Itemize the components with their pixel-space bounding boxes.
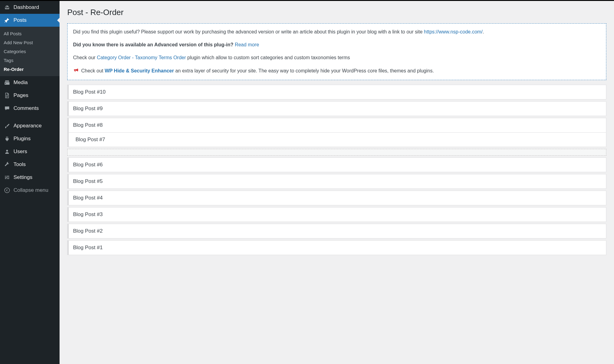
sidebar-item-label: Tools [14,161,26,168]
submenu-item-reorder[interactable]: Re-Order [0,65,60,74]
sidebar-item-label: Media [14,79,28,86]
info-paragraph-wp-hide: Check out WP Hide & Security Enhancer an… [73,67,600,75]
sidebar-item-collapse[interactable]: Collapse menu [0,184,60,197]
sidebar-item-label: Pages [14,92,28,99]
admin-sidebar: Dashboard Posts All Posts Add New Post C… [0,1,60,364]
sidebar-item-settings[interactable]: Settings [0,171,60,184]
plug-icon [4,135,10,142]
sidebar-submenu-posts: All Posts Add New Post Categories Tags R… [0,27,60,76]
brush-icon [4,122,10,129]
wrench-icon [4,161,10,168]
sortable-item[interactable]: Blog Post #2 [67,224,606,238]
main-content: Post - Re-Order Did you find this plugin… [60,1,614,364]
submenu-item-tags[interactable]: Tags [0,56,60,65]
read-more-link[interactable]: Read more [235,42,259,47]
page-title: Post - Re-Order [67,8,606,17]
sidebar-item-label: Users [14,149,27,155]
collapse-icon [4,187,10,194]
sidebar-item-tools[interactable]: Tools [0,158,60,171]
sidebar-item-label: Posts [14,17,27,23]
sidebar-item-comments[interactable]: Comments [0,102,60,115]
plugin-info-box: Did you find this plugin useful? Please … [67,23,606,80]
submenu-item-all-posts[interactable]: All Posts [0,29,60,38]
drop-placeholder [67,149,606,156]
comment-icon [4,105,10,112]
sliders-icon [4,174,10,181]
sortable-item[interactable]: Blog Post #5 [67,174,606,189]
sidebar-item-label: Comments [14,105,39,111]
sortable-item[interactable]: Blog Post #8 [67,118,606,133]
category-order-link[interactable]: Category Order - Taxonomy Terms Order [97,55,186,60]
sortable-item[interactable]: Blog Post #6 [67,157,606,172]
sidebar-item-label: Plugins [14,136,31,142]
sortable-post-list: Blog Post #10 Blog Post #9 Blog Post #8 … [67,85,606,255]
sidebar-item-label: Collapse menu [14,187,48,193]
sortable-item[interactable]: Blog Post #7 [67,133,606,147]
sidebar-item-posts[interactable]: Posts [0,14,60,27]
svg-point-0 [5,188,10,193]
sidebar-item-media[interactable]: Media [0,76,60,89]
pin-icon [4,17,10,24]
page-icon [4,92,10,99]
user-icon [4,148,10,155]
sortable-item[interactable]: Blog Post #4 [67,191,606,205]
megaphone-icon [73,67,79,75]
sidebar-item-plugins[interactable]: Plugins [0,132,60,145]
dragging-group[interactable]: Blog Post #8 Blog Post #7 [67,118,606,147]
info-paragraph-support: Did you find this plugin useful? Please … [73,28,600,36]
dashboard-icon [4,4,10,11]
sidebar-item-pages[interactable]: Pages [0,89,60,102]
media-icon [4,79,10,86]
sidebar-item-label: Dashboard [14,4,39,10]
info-paragraph-advanced: Did you know there is available an Advan… [73,41,600,48]
submenu-item-add-new[interactable]: Add New Post [0,38,60,47]
sortable-item[interactable]: Blog Post #9 [67,101,606,116]
sortable-item[interactable]: Blog Post #10 [67,85,606,99]
sortable-item[interactable]: Blog Post #1 [67,240,606,255]
nsp-code-link[interactable]: https://www.nsp-code.com/ [424,29,483,34]
info-paragraph-category-order: Check our Category Order - Taxonomy Term… [73,54,600,61]
wp-hide-link[interactable]: WP Hide & Security Enhancer [105,68,174,73]
sidebar-item-dashboard[interactable]: Dashboard [0,1,60,14]
sidebar-item-label: Appearance [14,123,42,129]
sortable-item[interactable]: Blog Post #3 [67,207,606,222]
sidebar-item-appearance[interactable]: Appearance [0,119,60,132]
sidebar-item-label: Settings [14,174,32,180]
submenu-item-categories[interactable]: Categories [0,47,60,56]
sidebar-item-users[interactable]: Users [0,145,60,158]
